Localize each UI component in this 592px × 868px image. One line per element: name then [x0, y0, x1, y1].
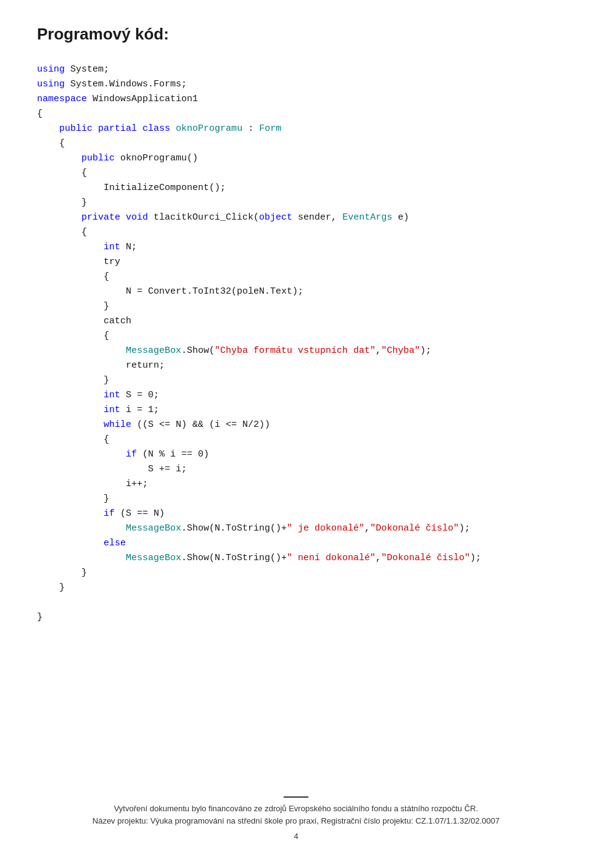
footer-line1: Vytvoření dokumentu bylo financováno ze … [25, 803, 567, 816]
code-block: using System; using System.Windows.Forms… [37, 62, 555, 625]
page-content: Programový kód: using System; using Syst… [0, 0, 592, 674]
page-title: Programový kód: [37, 25, 555, 44]
footer-divider [284, 796, 308, 798]
footer: Vytvoření dokumentu bylo financováno ze … [0, 796, 592, 843]
footer-line2: Název projektu: Výuka programování na st… [25, 815, 567, 828]
page-number: 4 [25, 830, 567, 843]
